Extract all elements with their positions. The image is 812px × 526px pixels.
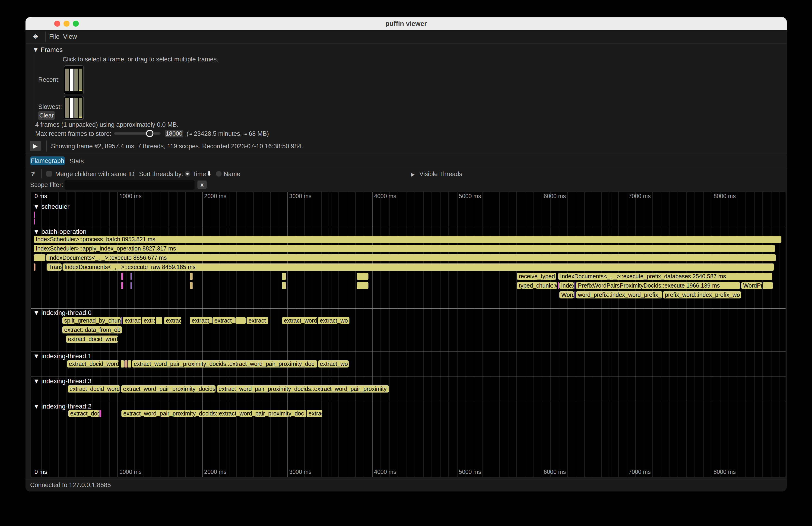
minor-gridline xyxy=(610,192,610,477)
flame-scope-bar[interactable]: extract_wo xyxy=(318,360,349,367)
axis-tick-label-top: 8000 ms xyxy=(713,193,736,200)
flame-scope-bar[interactable]: Trans xyxy=(47,263,62,271)
minor-gridline xyxy=(754,192,755,477)
flamegraph-canvas[interactable]: 0 ms0 ms1000 ms1000 ms2000 ms2000 ms3000… xyxy=(31,192,786,477)
flame-scope-bar[interactable]: extract_word xyxy=(282,317,317,324)
major-gridline xyxy=(627,192,627,477)
slowest-frame-thumbnail[interactable] xyxy=(64,96,84,120)
minor-gridline xyxy=(482,192,483,477)
flame-scope-bar[interactable]: extract_ xyxy=(213,317,235,324)
menu-view[interactable]: View xyxy=(63,30,77,43)
flame-scope-bar[interactable] xyxy=(357,282,368,289)
flame-scope-bar[interactable] xyxy=(34,263,35,271)
clear-filter-button[interactable]: x xyxy=(198,180,207,189)
sort-by-name-radio[interactable] xyxy=(216,171,221,177)
flame-scope-bar[interactable] xyxy=(130,282,132,289)
status-divider xyxy=(26,480,787,480)
thread-group-header[interactable]: ▼ indexing-thread:2 xyxy=(33,403,91,410)
flame-scope-bar[interactable]: extract_docid_word xyxy=(66,336,118,343)
visible-threads-header[interactable]: ▶ Visible Threads xyxy=(411,171,462,178)
flame-scope-bar[interactable]: word_prefix::index_word_prefix_ xyxy=(576,291,662,298)
flame-scope-bar[interactable]: split_grenad_by_chun xyxy=(62,317,121,324)
flame-scope-bar[interactable]: extrac xyxy=(307,410,322,417)
menu-file[interactable]: File xyxy=(49,30,60,43)
flame-scope-bar[interactable] xyxy=(575,282,576,289)
flame-scope-bar[interactable]: IndexDocuments<_, _>::execute_raw 8459.1… xyxy=(62,263,774,271)
minor-gridline xyxy=(559,192,559,477)
clear-button[interactable]: Clear xyxy=(38,111,55,120)
minor-gridline xyxy=(567,192,568,477)
flame-scope-bar[interactable] xyxy=(235,317,246,324)
flame-scope-bar[interactable] xyxy=(34,211,35,218)
flame-scope-bar[interactable]: extract_word_pair_proximity_docids::extr… xyxy=(121,410,306,417)
flame-scope-bar[interactable]: extrac xyxy=(164,317,181,324)
merge-children-checkbox[interactable] xyxy=(46,171,52,177)
flame-scope-bar[interactable]: IndexScheduler>::apply_index_operation 8… xyxy=(34,245,775,252)
flame-scope-bar[interactable]: PrefixWordPairsProximityDocids::execute … xyxy=(576,282,740,289)
thread-group-header[interactable]: ▼ indexing-thread:0 xyxy=(33,309,91,317)
thread-group-header[interactable]: ▼ scheduler xyxy=(33,203,70,210)
recent-frame-thumbnail[interactable] xyxy=(64,65,84,94)
flame-scope-bar[interactable]: IndexDocuments<_, _>::execute_prefix_dat… xyxy=(558,273,772,280)
max-frames-slider-knob[interactable] xyxy=(146,130,154,137)
max-frames-value[interactable]: 18000 xyxy=(165,130,183,137)
flame-scope-bar[interactable] xyxy=(190,273,192,280)
flame-scope-bar[interactable]: extract xyxy=(123,317,141,324)
flame-scope-bar[interactable]: extract_word_pair_proximity_docids::extr… xyxy=(132,360,317,367)
flame-scope-bar[interactable]: extract_wo xyxy=(318,317,349,324)
flame-scope-bar[interactable]: IndexDocuments<_, _>::execute 8656.677 m… xyxy=(46,254,776,261)
flame-scope-bar[interactable]: extract_word_pair_proximity_docids xyxy=(121,385,216,393)
indent-guide xyxy=(33,54,34,122)
sort-by-time-radio[interactable] xyxy=(185,171,190,177)
flame-scope-bar[interactable] xyxy=(121,282,123,289)
flame-scope-bar[interactable] xyxy=(121,317,122,324)
flame-scope-bar[interactable]: extract_word_pair_proximity_docids::extr… xyxy=(217,385,389,393)
tab-stats[interactable]: Stats xyxy=(70,158,84,165)
flame-scope-bar[interactable]: extract_ xyxy=(190,317,212,324)
flame-scope-bar[interactable]: extract_doc xyxy=(68,410,99,417)
help-button[interactable]: ? xyxy=(31,171,35,178)
flame-scope-bar[interactable]: IndexScheduler>::process_batch 8953.821 … xyxy=(34,236,781,243)
flame-scope-bar[interactable]: prefix_word::index_prefix_wo xyxy=(663,291,741,298)
theme-toggle-icon[interactable]: ❋ xyxy=(31,30,41,43)
flame-scope-bar[interactable]: extra xyxy=(142,317,155,324)
flame-scope-bar[interactable] xyxy=(130,273,132,280)
flame-scope-bar[interactable] xyxy=(575,291,576,298)
flame-scope-bar[interactable] xyxy=(121,360,124,367)
flame-scope-bar[interactable] xyxy=(99,410,101,417)
flame-scope-bar[interactable] xyxy=(763,282,773,289)
tab-flamegraph[interactable]: Flamegraph xyxy=(30,157,65,165)
flame-scope-bar[interactable] xyxy=(282,282,286,289)
flame-scope-bar[interactable] xyxy=(282,273,286,280)
frame-info-text: Showing frame #2, 8957.4 ms, 7 threads, … xyxy=(51,143,303,150)
minor-gridline xyxy=(304,192,305,477)
flame-scope-bar[interactable] xyxy=(34,219,35,224)
flame-scope-bar[interactable]: index xyxy=(560,282,574,289)
flame-scope-bar[interactable]: extract_docid_word xyxy=(68,385,120,393)
frames-section-header[interactable]: ▼ Frames xyxy=(32,46,62,54)
flame-scope-bar[interactable]: typed_chunk::w xyxy=(517,282,557,289)
flame-scope-bar[interactable] xyxy=(34,254,45,261)
thread-group-header[interactable]: ▼ batch-operation xyxy=(33,228,86,235)
major-gridline xyxy=(457,192,458,477)
frames-section-label: Frames xyxy=(41,46,63,53)
flame-scope-bar[interactable] xyxy=(156,317,162,324)
scope-filter-input[interactable] xyxy=(64,180,195,190)
sort-direction-icon[interactable]: ⬇ xyxy=(206,170,212,177)
flame-scope-bar[interactable] xyxy=(558,282,559,289)
flame-scope-bar[interactable]: receive_typed_ xyxy=(517,273,556,280)
flame-scope-bar[interactable] xyxy=(190,282,192,289)
flame-scope-bar[interactable] xyxy=(357,273,368,280)
flame-scope-bar[interactable]: extract::data_from_ob xyxy=(62,326,122,334)
flame-scope-bar[interactable]: WordPr xyxy=(741,282,762,289)
flame-scope-bar[interactable]: Word xyxy=(560,291,574,298)
flame-scope-bar[interactable] xyxy=(125,360,128,367)
flame-scope-bar[interactable]: extract xyxy=(247,317,268,324)
play-button[interactable]: ▶ xyxy=(30,141,41,151)
flame-scope-bar[interactable] xyxy=(128,360,131,367)
max-frames-slider[interactable] xyxy=(114,132,161,135)
flame-scope-bar[interactable]: extract_docid_word xyxy=(67,360,119,367)
thread-group-header[interactable]: ▼ indexing-thread:1 xyxy=(33,352,91,360)
thread-group-header[interactable]: ▼ indexing-thread:3 xyxy=(33,378,91,385)
flame-scope-bar[interactable] xyxy=(121,273,123,280)
